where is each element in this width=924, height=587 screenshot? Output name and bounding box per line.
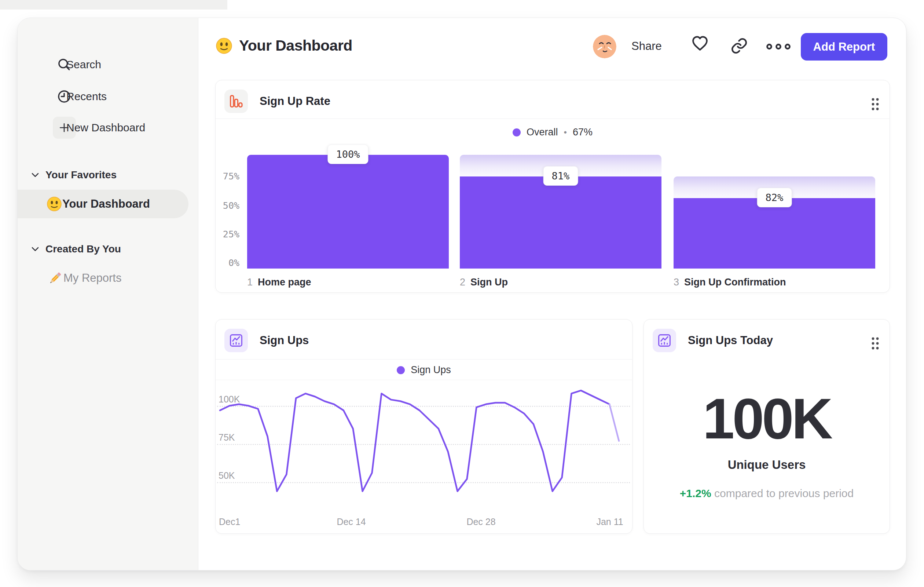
ellipsis-icon — [766, 43, 790, 51]
pencil-emoji-icon — [47, 270, 63, 286]
sidebar-item-label: Search — [66, 58, 101, 71]
sidebar-item-recents[interactable]: Recents — [18, 85, 198, 108]
gridline — [217, 444, 630, 445]
legend-dot-icon — [397, 366, 405, 374]
bar-chart-icon — [224, 89, 248, 113]
funnel-legend[interactable]: Overall • 67% — [216, 127, 889, 138]
bar-value-label: 82% — [757, 188, 792, 207]
link-icon — [730, 37, 748, 55]
gridline — [217, 406, 630, 407]
gridline — [217, 482, 630, 483]
funnel-bar-home-page[interactable]: 100% 1 Home page — [247, 155, 449, 269]
divider — [216, 359, 632, 360]
funnel-step-label: 1 Home page — [247, 277, 311, 288]
x-axis-tick: Dec 28 — [466, 517, 495, 527]
bar-value-label: 100% — [327, 145, 368, 164]
bar-solid — [460, 177, 662, 269]
sidebar-item-my-reports[interactable]: My Reports — [18, 266, 198, 290]
sign-ups-card: Sign Ups Sign Ups 100K 75K 50K — [215, 319, 632, 534]
copy-link-button[interactable] — [730, 37, 748, 55]
sidebar-item-new-dashboard[interactable]: New Dashboard — [18, 116, 198, 140]
drag-handle-icon[interactable] — [870, 336, 880, 351]
chevron-down-icon — [31, 246, 40, 252]
card-header: Sign Ups Today — [653, 329, 773, 352]
smiley-emoji-icon — [216, 37, 233, 54]
x-axis-tick: Dec1 — [219, 517, 240, 527]
sidebar-item-search[interactable]: Search — [18, 53, 198, 76]
sidebar-item-label: My Reports — [63, 271, 121, 285]
divider — [216, 119, 889, 119]
funnel-bar-sign-up-confirmation[interactable]: 82% 3 Sign Up Confirmation — [673, 155, 875, 269]
y-axis-tick: 50% — [217, 200, 239, 211]
divider — [216, 380, 632, 380]
page-title: Your Dashboard — [216, 37, 352, 54]
section-title: Created By You — [45, 243, 121, 255]
card-header: Sign Up Rate — [224, 89, 330, 113]
bar-value-label: 81% — [543, 166, 578, 186]
card-header: Sign Ups — [224, 329, 309, 352]
sidebar-section-your-favorites[interactable]: Your Favorites — [31, 169, 117, 181]
delta-value: +1.2% — [680, 487, 711, 499]
dashboard-page: Search Recents New D — [0, 0, 924, 587]
background-window-strip — [0, 0, 227, 10]
y-axis-tick: 100K — [219, 394, 240, 405]
sidebar-item-label: Your Dashboard — [62, 197, 150, 211]
line-legend[interactable]: Sign Ups — [216, 364, 632, 376]
chevron-down-icon — [31, 172, 40, 178]
bar-solid — [247, 155, 449, 269]
funnel-step-label: 3 Sign Up Confirmation — [673, 277, 786, 288]
card-title: Sign Ups Today — [688, 334, 773, 347]
y-axis-tick: 25% — [217, 229, 239, 240]
y-axis-tick: 50K — [219, 470, 235, 481]
funnel-bar-sign-up[interactable]: 81% 2 Sign Up — [460, 155, 662, 269]
favorite-heart-button[interactable] — [691, 35, 709, 52]
share-button[interactable]: Share — [631, 40, 662, 53]
line-chart-icon — [653, 329, 676, 352]
sidebar-item-label: New Dashboard — [66, 121, 145, 134]
sidebar-section-created-by-you[interactable]: Created By You — [31, 243, 121, 255]
y-axis-tick: 0% — [217, 258, 239, 268]
metric-delta: +1.2% compared to previous period — [644, 487, 890, 500]
x-axis-tick: Jan 11 — [596, 517, 623, 527]
sign-up-rate-card: Sign Up Rate Overall • 67% 75% 50% 25% 0… — [215, 80, 890, 293]
metric-label: Unique Users — [644, 458, 890, 472]
y-axis-tick: 75% — [217, 171, 239, 182]
user-avatar[interactable] — [593, 35, 616, 58]
add-report-button[interactable]: Add Report — [801, 33, 887, 61]
funnel-step-label: 2 Sign Up — [460, 277, 508, 288]
card-title: Sign Ups — [260, 334, 309, 347]
legend-dot-icon — [513, 128, 521, 136]
sidebar-item-label: Recents — [66, 90, 107, 103]
smiley-emoji-icon — [46, 196, 62, 212]
x-axis-tick: Dec 14 — [337, 517, 366, 527]
drag-handle-icon[interactable] — [870, 97, 880, 112]
card-title: Sign Up Rate — [260, 95, 330, 108]
y-axis-tick: 75K — [219, 432, 235, 443]
line-chart-icon — [224, 329, 248, 352]
sidebar-item-your-dashboard-active[interactable]: Your Dashboard — [18, 190, 188, 218]
section-title: Your Favorites — [45, 169, 117, 181]
sidebar: Search Recents New D — [18, 18, 198, 570]
bar-solid — [673, 198, 875, 269]
metric-value: 100K — [644, 386, 890, 451]
more-options-button[interactable] — [766, 43, 790, 51]
funnel-chart: 100% 1 Home page 81% 2 Sign Up 82% — [247, 155, 876, 269]
heart-icon — [691, 35, 709, 52]
delta-note: compared to previous period — [714, 487, 854, 499]
